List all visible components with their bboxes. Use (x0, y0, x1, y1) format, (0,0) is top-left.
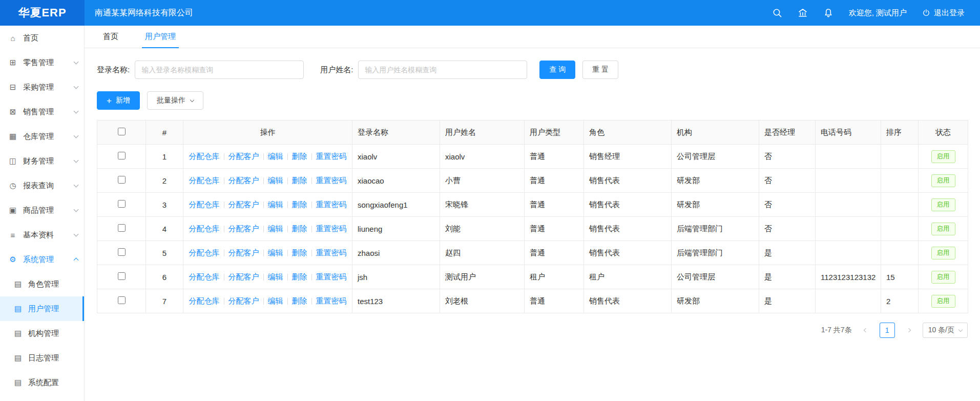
delete-link[interactable]: 删除 (292, 200, 307, 209)
delete-link[interactable]: 删除 (292, 224, 307, 233)
delete-link[interactable]: 删除 (292, 152, 307, 161)
assign-warehouse-link[interactable]: 分配仓库 (189, 152, 220, 161)
batch-actions-button[interactable]: 批量操作 (147, 91, 203, 110)
assign-warehouse-link[interactable]: 分配仓库 (189, 200, 220, 209)
assign-warehouse-link[interactable]: 分配仓库 (189, 272, 220, 281)
search-icon[interactable] (772, 8, 782, 18)
status-badge[interactable]: 启用 (931, 174, 955, 187)
sidebar-item-sales[interactable]: ⊠ 销售管理 (0, 99, 84, 124)
assign-customer-link[interactable]: 分配客户 (228, 200, 259, 209)
sidebar-item-logs[interactable]: ▤ 日志管理 (0, 346, 84, 370)
status-badge[interactable]: 启用 (931, 223, 955, 235)
notification-bell-icon[interactable] (823, 8, 833, 18)
page-size-select[interactable]: 10 条/页 (923, 323, 968, 338)
assign-customer-link[interactable]: 分配客户 (228, 272, 259, 281)
status-badge[interactable]: 启用 (931, 150, 955, 163)
cell-phone (816, 289, 881, 313)
row-operations: 分配仓库分配客户编辑删除重置密码 (183, 193, 352, 217)
sidebar-item-commodity[interactable]: ▣ 商品管理 (0, 198, 84, 223)
search-button[interactable]: 查 询 (539, 61, 575, 79)
cell-user-type: 普通 (525, 217, 584, 241)
row-checkbox[interactable] (118, 296, 126, 304)
sidebar-item-organizations[interactable]: ▤ 机构管理 (0, 321, 84, 346)
sidebar-item-retail[interactable]: ⊞ 零售管理 (0, 50, 84, 75)
tab-user-management[interactable]: 用户管理 (142, 26, 179, 48)
row-checkbox[interactable] (118, 152, 126, 159)
add-button[interactable]: + 新增 (97, 91, 140, 110)
cell-is-manager: 否 (759, 217, 816, 241)
edit-link[interactable]: 编辑 (268, 248, 283, 257)
assign-warehouse-link[interactable]: 分配仓库 (189, 248, 220, 257)
login-name-input[interactable] (135, 61, 304, 79)
sidebar-item-reports[interactable]: ◷ 报表查询 (0, 173, 84, 198)
edit-link[interactable]: 编辑 (268, 176, 283, 185)
cell-organization: 公司管理层 (672, 265, 759, 289)
plus-icon: + (107, 96, 112, 105)
row-checkbox[interactable] (118, 200, 126, 208)
tab-label: 用户管理 (145, 32, 176, 42)
row-checkbox[interactable] (118, 176, 126, 184)
logout-button[interactable]: 退出登录 (922, 8, 965, 18)
pagination: 1-7 共7条 1 10 条/页 (85, 313, 980, 338)
assign-customer-link[interactable]: 分配客户 (228, 248, 259, 257)
chevron-down-icon (74, 158, 79, 163)
reset-password-link[interactable]: 重置密码 (316, 224, 347, 233)
delete-link[interactable]: 删除 (292, 272, 307, 281)
reset-password-link[interactable]: 重置密码 (316, 296, 347, 305)
cell-role: 销售代表 (584, 217, 672, 241)
row-checkbox[interactable] (118, 224, 126, 232)
document-icon: ▤ (13, 304, 23, 313)
cell-is-manager: 否 (759, 193, 816, 217)
sidebar-item-roles[interactable]: ▤ 角色管理 (0, 272, 84, 296)
sidebar-item-system[interactable]: ⚙ 系统管理 (0, 247, 84, 272)
sidebar-item-basic-data[interactable]: ≡ 基本资料 (0, 223, 84, 247)
status-badge[interactable]: 启用 (931, 198, 955, 211)
organization-icon[interactable] (798, 8, 808, 18)
delete-link[interactable]: 删除 (292, 296, 307, 305)
status-badge[interactable]: 启用 (931, 247, 955, 259)
sidebar-item-users[interactable]: ▤ 用户管理 (0, 296, 84, 321)
tab-home[interactable]: 首页 (100, 26, 121, 48)
edit-link[interactable]: 编辑 (268, 200, 283, 209)
delete-link[interactable]: 删除 (292, 248, 307, 257)
column-header-operations: 操作 (183, 121, 352, 145)
assign-warehouse-link[interactable]: 分配仓库 (189, 176, 220, 185)
batch-button-label: 批量操作 (157, 96, 185, 105)
prev-page-button[interactable] (858, 323, 873, 338)
table-row: 4 分配仓库分配客户编辑删除重置密码 liuneng 刘能 普通 销售代表 后端… (97, 217, 968, 241)
user-name-input[interactable] (358, 61, 527, 79)
current-page-button[interactable]: 1 (880, 323, 895, 338)
assign-customer-link[interactable]: 分配客户 (228, 224, 259, 233)
status-badge[interactable]: 启用 (931, 271, 955, 284)
status-badge[interactable]: 启用 (931, 295, 955, 308)
sidebar-item-label: 销售管理 (23, 107, 69, 117)
cell-sort (881, 241, 919, 265)
edit-link[interactable]: 编辑 (268, 224, 283, 233)
sidebar-item-system-config[interactable]: ▤ 系统配置 (0, 370, 84, 395)
next-page-button[interactable] (901, 323, 916, 338)
assign-customer-link[interactable]: 分配客户 (228, 176, 259, 185)
sidebar-item-home[interactable]: ⌂ 首页 (0, 26, 84, 50)
assign-customer-link[interactable]: 分配客户 (228, 296, 259, 305)
sidebar-item-finance[interactable]: ◫ 财务管理 (0, 149, 84, 173)
cell-organization: 公司管理层 (672, 145, 759, 169)
reset-password-link[interactable]: 重置密码 (316, 248, 347, 257)
sidebar-item-purchase[interactable]: ⊟ 采购管理 (0, 75, 84, 99)
reset-password-link[interactable]: 重置密码 (316, 272, 347, 281)
reset-password-link[interactable]: 重置密码 (316, 176, 347, 185)
assign-warehouse-link[interactable]: 分配仓库 (189, 296, 220, 305)
assign-customer-link[interactable]: 分配客户 (228, 152, 259, 161)
edit-link[interactable]: 编辑 (268, 152, 283, 161)
sidebar-item-warehouse[interactable]: ▦ 仓库管理 (0, 124, 84, 149)
reset-button[interactable]: 重 置 (582, 61, 618, 79)
table-row: 5 分配仓库分配客户编辑删除重置密码 zhaosi 赵四 普通 销售代表 后端管… (97, 241, 968, 265)
select-all-checkbox[interactable] (118, 128, 126, 135)
delete-link[interactable]: 删除 (292, 176, 307, 185)
row-checkbox[interactable] (118, 248, 126, 256)
reset-password-link[interactable]: 重置密码 (316, 152, 347, 161)
assign-warehouse-link[interactable]: 分配仓库 (189, 224, 220, 233)
reset-password-link[interactable]: 重置密码 (316, 200, 347, 209)
edit-link[interactable]: 编辑 (268, 272, 283, 281)
edit-link[interactable]: 编辑 (268, 296, 283, 305)
row-checkbox[interactable] (118, 272, 126, 280)
